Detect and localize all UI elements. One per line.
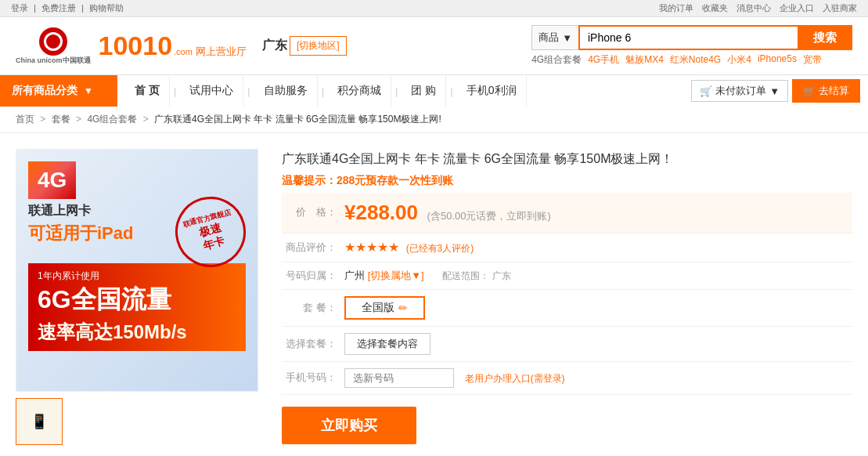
logo-area: China unicom中国联通 10010 .com 网上营业厅 广东 [切换… — [16, 27, 347, 65]
favorites-link[interactable]: 收藏夹 — [702, 3, 728, 13]
plan-text: 全国版 — [362, 301, 394, 315]
plan-value-area: 全国版 ✏ — [344, 296, 852, 320]
location-switch[interactable]: [切换属地▼] — [368, 270, 424, 281]
unicom-text: China unicom中国联通 — [16, 57, 91, 65]
nav-trial[interactable]: 试用中心 — [180, 75, 243, 107]
suggestion-xiaomi[interactable]: 小米4 — [727, 53, 751, 67]
search-suggestions: 4G组合套餐 4G手机 魅族MX4 红米Note4G 小米4 iPhone5s … — [531, 53, 852, 67]
rating-row: 商品评价： ★★★★★ (已经有3人评价) — [282, 233, 852, 262]
plan-label: 套 餐： — [282, 301, 344, 315]
suggestion-broadband[interactable]: 宽带 — [803, 53, 822, 67]
product-price: ¥288.00 — [344, 201, 418, 224]
checkout-button[interactable]: 🛒 去结算 — [792, 79, 860, 103]
help-link[interactable]: 购物帮助 — [89, 3, 124, 13]
logo-netstore: 网上营业厅 — [196, 45, 247, 59]
brand-logo: 10010 .com 网上营业厅 — [99, 31, 247, 61]
nav-points[interactable]: 积分商城 — [328, 75, 391, 107]
delivery-label: 配送范围： — [442, 270, 489, 281]
nav-phone-deal[interactable]: 手机0利润 — [457, 75, 527, 107]
checkout-label: 去结算 — [819, 84, 849, 98]
breadcrumb-current: 广东联通4G全国上网卡 年卡 流量卡 6G全国流量 畅享150M极速上网! — [154, 114, 441, 125]
china-unicom-logo: China unicom中国联通 — [16, 27, 91, 65]
all-products-dropdown-icon: ▼ — [84, 85, 93, 96]
rating-label: 商品评价： — [282, 241, 344, 255]
enterprise-link[interactable]: 企业入口 — [780, 3, 814, 13]
search-category-label: 商品 — [538, 31, 559, 45]
banner-text2: 6G全国流量 — [38, 283, 236, 317]
location-value: 广州 [切换属地▼] 配送范围： 广东 — [344, 269, 852, 283]
nav-groupbuy[interactable]: 团 购 — [402, 75, 446, 107]
cart-dropdown-icon: ▼ — [769, 85, 780, 97]
phone-value: 老用户办理入口(需登录) — [344, 368, 852, 388]
logo-10010: 10010 — [99, 31, 173, 61]
4g-tag: 4G — [28, 161, 76, 199]
select-plan-row: 选择套餐： 选择套餐内容 — [282, 327, 852, 362]
login-link[interactable]: 登录 — [11, 3, 28, 13]
phone-number-input[interactable] — [344, 368, 454, 388]
top-bar: 登录 | 免费注册 | 购物帮助 我的订单 收藏夹 消息中心 企业入口 入驻商家 — [0, 0, 868, 17]
region-switch-btn[interactable]: [切换地区] — [290, 36, 347, 56]
select-plan-button[interactable]: 选择套餐内容 — [344, 333, 430, 355]
img-banner: 1年内累计使用 6G全国流量 速率高达150Mb/s — [28, 263, 246, 351]
suggestion-redmi[interactable]: 红米Note4G — [670, 53, 721, 67]
title-text: 广东联通4G全国上网卡 年卡 流量卡 6G全国流量 畅享150M极速上网！ — [282, 152, 674, 165]
old-user-link[interactable]: 老用户办理入口(需登录) — [465, 373, 565, 384]
all-products-menu[interactable]: 所有商品分类 ▼ — [0, 75, 117, 107]
buy-button[interactable]: 立即购买 — [282, 407, 416, 444]
suggestion-4gphone[interactable]: 4G手机 — [588, 53, 619, 67]
main-content: 4G 联通上网卡 可适用于iPad 联通官方旗舰店 极速 年卡 1年内累计使用 … — [0, 133, 868, 456]
warm-tip-text: 温馨提示：288元预存款一次性到账 — [282, 174, 453, 186]
region-area: 广东 [切换地区] — [262, 36, 347, 56]
cart-label: 未付款订单 — [715, 84, 766, 98]
suggestion-meizu[interactable]: 魅族MX4 — [625, 53, 664, 67]
plan-button[interactable]: 全国版 ✏ — [344, 296, 425, 320]
breadcrumb-sep2: > — [76, 114, 84, 125]
search-input[interactable] — [578, 25, 798, 50]
price-note: (含50.00元话费，立即到账) — [427, 210, 551, 222]
suggestions-label: 4G组合套餐 — [531, 53, 582, 67]
nav-sep1: | — [170, 85, 180, 97]
buy-area: 立即购买 — [282, 395, 852, 444]
breadcrumb-home[interactable]: 首页 — [16, 114, 34, 125]
cart-button[interactable]: 🛒 未付款订单 ▼ — [691, 80, 788, 102]
nav-self-service[interactable]: 自助服务 — [254, 75, 318, 107]
delivery-area: 配送范围： 广东 — [442, 270, 510, 281]
thumbnail-1[interactable]: 📱 — [16, 398, 63, 445]
product-image-area: 4G 联通上网卡 可适用于iPad 联通官方旗舰店 极速 年卡 1年内累计使用 … — [16, 149, 258, 445]
banner-text1: 1年内累计使用 — [38, 270, 236, 283]
search-category-dropdown[interactable]: 商品 ▼ — [531, 25, 578, 50]
chevron-down-icon: ▼ — [562, 32, 572, 44]
review-count[interactable]: (已经有3人评价) — [406, 243, 474, 254]
product-thumbnails: 📱 — [16, 398, 258, 445]
my-orders-link[interactable]: 我的订单 — [659, 3, 693, 13]
breadcrumb: 首页 > 套餐 > 4G组合套餐 > 广东联通4G全国上网卡 年卡 流量卡 6G… — [0, 107, 868, 133]
search-button[interactable]: 搜索 — [798, 25, 852, 50]
messages-link[interactable]: 消息中心 — [737, 3, 771, 13]
banner-sub: 速率高达150Mb/s — [38, 320, 236, 345]
img-stamp: 联通官方旗舰店 极速 年卡 — [167, 189, 254, 275]
delivery-region: 广东 — [492, 270, 511, 281]
nav-sep2: | — [243, 85, 254, 97]
nav-sep4: | — [391, 85, 402, 97]
product-info: 广东联通4G全国上网卡 年卡 流量卡 6G全国流量 畅享150M极速上网！ 温馨… — [282, 149, 852, 445]
nav-links: 首 页 | 试用中心 | 自助服务 | 积分商城 | 团 购 | 手机0利润 🛒… — [117, 75, 868, 107]
product-main-image: 4G 联通上网卡 可适用于iPad 联通官方旗舰店 极速 年卡 1年内累计使用 … — [16, 149, 258, 392]
product-title: 广东联通4G全国上网卡 年卡 流量卡 6G全国流量 畅享150M极速上网！ 温馨… — [282, 149, 852, 189]
nav-bar: 所有商品分类 ▼ 首 页 | 试用中心 | 自助服务 | 积分商城 | 团 购 … — [0, 75, 868, 107]
nav-right: 🛒 未付款订单 ▼ 🛒 去结算 — [691, 79, 860, 103]
top-bar-right: 我的订单 收藏夹 消息中心 企业入口 入驻商家 — [656, 2, 860, 14]
search-area: 商品 ▼ 搜索 4G组合套餐 4G手机 魅族MX4 红米Note4G 小米4 i… — [531, 25, 852, 67]
breadcrumb-sep3: > — [143, 114, 151, 125]
breadcrumb-4g-package[interactable]: 4G组合套餐 — [87, 114, 137, 125]
breadcrumb-package[interactable]: 套餐 — [52, 114, 70, 125]
register-link[interactable]: 免费注册 — [41, 3, 76, 13]
unicom-circle-icon — [39, 27, 67, 56]
old-user-text: 老用户办理入口(需登录) — [465, 373, 565, 384]
suggestion-iphone5s[interactable]: iPhone5s — [758, 53, 797, 67]
cart-icon: 🛒 — [700, 85, 712, 97]
merchant-link[interactable]: 入驻商家 — [823, 3, 857, 13]
rating-value: ★★★★★ (已经有3人评价) — [344, 240, 852, 255]
nav-home[interactable]: 首 页 — [125, 75, 170, 107]
star-rating: ★★★★★ — [344, 241, 399, 254]
phone-label: 手机号码： — [282, 371, 344, 385]
